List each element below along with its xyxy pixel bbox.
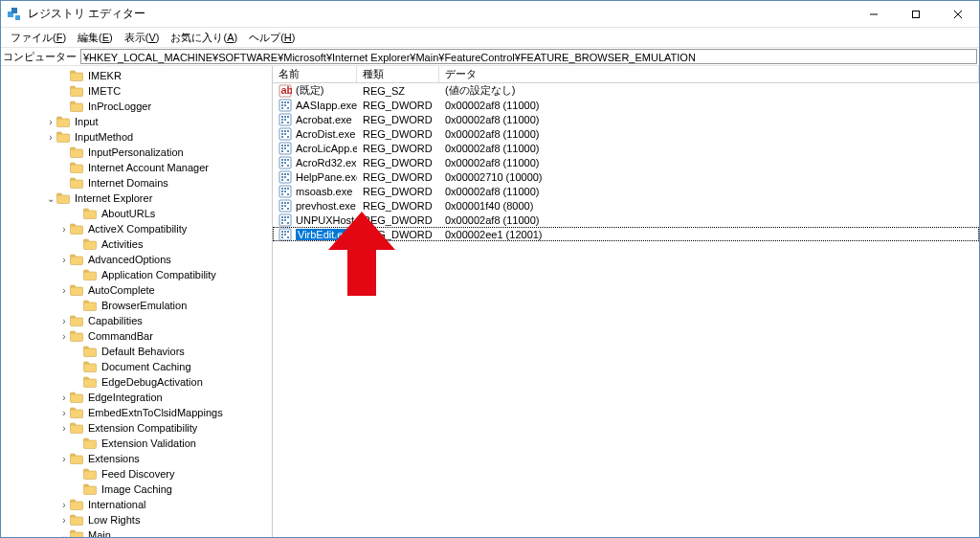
tree-item[interactable]: ›EmbedExtnToClsidMappings [58,405,272,420]
value-type: REG_SZ [357,85,439,97]
tree-item[interactable]: ›AutoComplete [58,282,272,298]
menu-help[interactable]: ヘルプ(H) [243,29,301,47]
collapse-icon[interactable]: ⌄ [45,193,56,204]
tree-item[interactable]: ›Activities [72,236,272,252]
tree-item-label: AdvancedOptions [86,254,173,265]
folder-icon [70,177,83,189]
tree-item[interactable]: ›Image Caching [72,482,272,497]
tree-item-label: InputPersonalization [86,146,186,158]
address-input[interactable]: ¥HKEY_LOCAL_MACHINE¥SOFTWARE¥Microsoft¥I… [80,49,977,64]
value-row[interactable]: AcroLicApp.exeREG_DWORD0x00002af8 (11000… [273,141,979,155]
folder-icon [70,284,83,296]
tree-view[interactable]: ›IMEKR›IMETC›InProcLogger›Input›InputMet… [1,66,273,537]
tree-item-label: Internet Domains [86,177,170,189]
folder-icon [56,192,70,204]
tree-item[interactable]: ›Feed Discovery [72,466,272,482]
folder-icon [70,101,83,112]
column-type[interactable]: 種類 [357,66,439,82]
tree-item[interactable]: ›Internet Domains [58,175,272,191]
tree-item-label: Extension Validation [100,437,198,449]
value-row[interactable]: VirbEdit.exeREG_DWORD0x00002ee1 (12001) [273,227,979,241]
expand-icon[interactable]: › [58,500,70,510]
tree-item[interactable]: ›Extensions [58,451,272,466]
expand-icon[interactable]: › [58,408,70,418]
value-data: 0x00002af8 (11000) [439,100,979,111]
tree-item[interactable]: ›EdgeDebugActivation [72,374,272,390]
value-row[interactable]: AASIapp.exeREG_DWORD0x00002af8 (11000) [273,98,979,112]
tree-item[interactable]: ›AboutURLs [72,206,272,221]
value-row[interactable]: HelpPane.exeREG_DWORD0x00002710 (10000) [273,169,979,184]
value-row[interactable]: msoasb.exeREG_DWORD0x00002af8 (11000) [273,184,979,198]
tree-item[interactable]: ›Document Caching [72,359,272,374]
tree-item[interactable]: ›Extension Validation [72,436,272,451]
expand-icon[interactable]: › [58,515,70,526]
value-row[interactable]: (既定)REG_SZ(値の設定なし) [273,83,979,98]
value-data: 0x00002af8 (11000) [439,143,979,154]
value-name: Acrobat.exe [296,114,352,125]
menu-favorites[interactable]: お気に入り(A) [165,29,243,47]
tree-item-label: Low Rights [86,514,142,526]
tree-item-label: CommandBar [86,330,155,342]
folder-icon [70,422,83,434]
maximize-button[interactable] [895,1,937,27]
value-list[interactable]: 名前 種類 データ (既定)REG_SZ(値の設定なし)AASIapp.exeR… [273,66,979,537]
value-row[interactable]: AcroDist.exeREG_DWORD0x00002af8 (11000) [273,126,979,141]
tree-item[interactable]: ›InputPersonalization [58,145,272,160]
expand-icon[interactable]: › [58,255,70,265]
tree-item-label: Internet Account Manager [86,162,211,173]
expand-icon[interactable]: › [58,392,70,403]
folder-icon [56,131,70,143]
tree-item[interactable]: ›AdvancedOptions [58,252,272,267]
tree-item-label: Input [73,116,100,127]
tree-item[interactable]: ⌄Internet Explorer [45,191,272,206]
tree-item[interactable]: ›BrowserEmulation [72,298,272,313]
tree-item[interactable]: ›International [58,497,272,512]
menu-view[interactable]: 表示(V) [119,29,166,47]
folder-icon [83,269,97,280]
folder-icon [83,483,97,495]
tree-item-label: IMETC [86,85,122,97]
tree-item[interactable]: ›Internet Account Manager [58,160,272,175]
tree-item[interactable]: ›InputMethod [45,129,272,145]
menu-file[interactable]: ファイル(F) [5,29,72,47]
tree-item[interactable]: ⌄Main [58,527,272,537]
tree-item-label: Capabilities [86,315,145,326]
value-name: UNPUXHost.exe [296,214,357,226]
collapse-icon[interactable]: ⌄ [58,530,70,538]
expand-icon[interactable]: › [58,316,70,326]
value-row[interactable]: prevhost.exeREG_DWORD0x00001f40 (8000) [273,198,979,213]
tree-item[interactable]: ›Input [45,114,272,129]
expand-icon[interactable]: › [45,117,56,127]
folder-icon [70,330,83,342]
tree-item[interactable]: ›InProcLogger [58,99,272,114]
column-name[interactable]: 名前 [273,66,357,82]
menu-edit[interactable]: 編集(E) [72,29,119,47]
minimize-button[interactable] [853,1,895,27]
registry-editor-window: レジストリ エディター ファイル(F) 編集(E) 表示(V) お気に入り(A)… [0,0,980,538]
value-type: REG_DWORD [357,200,439,212]
tree-item[interactable]: ›IMETC [58,83,272,99]
tree-item-label: AboutURLs [100,208,157,219]
tree-item[interactable]: ›ActiveX Compatibility [58,221,272,236]
tree-item[interactable]: ›Capabilities [58,313,272,328]
value-row[interactable]: Acrobat.exeREG_DWORD0x00002af8 (11000) [273,112,979,126]
tree-item[interactable]: ›Default Behaviors [72,344,272,359]
tree-item[interactable]: ›Low Rights [58,512,272,527]
expand-icon[interactable]: › [58,423,70,434]
tree-item[interactable]: ›CommandBar [58,328,272,344]
value-row[interactable]: AcroRd32.exeREG_DWORD0x00002af8 (11000) [273,155,979,169]
tree-item[interactable]: ›IMEKR [58,68,272,83]
expand-icon[interactable]: › [58,285,70,296]
tree-item[interactable]: ›Extension Compatibility [58,420,272,436]
close-button[interactable] [937,1,979,27]
value-row[interactable]: UNPUXHost.exeREG_DWORD0x00002af8 (11000) [273,213,979,227]
expand-icon[interactable]: › [58,224,70,235]
column-data[interactable]: データ [439,66,979,82]
value-data: 0x00002ee1 (12001) [439,229,979,240]
tree-item-label: IMEKR [86,70,123,81]
tree-item[interactable]: ›EdgeIntegration [58,390,272,405]
expand-icon[interactable]: › [58,454,70,464]
expand-icon[interactable]: › [58,331,70,342]
tree-item[interactable]: ›Application Compatibility [72,267,272,282]
expand-icon[interactable]: › [45,132,56,143]
